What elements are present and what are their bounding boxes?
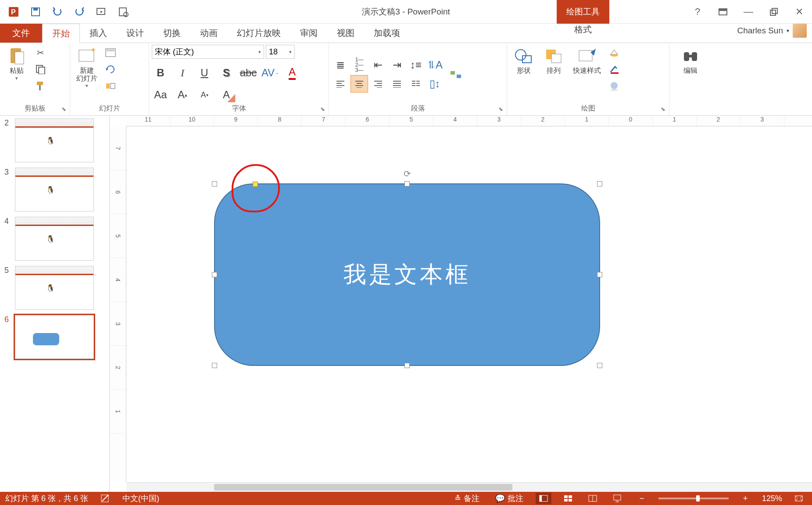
ribbon-display-options-button[interactable]: [710, 0, 736, 24]
decrease-indent-button[interactable]: ⇤: [369, 56, 387, 74]
bullets-button[interactable]: ≣: [332, 56, 349, 74]
smartart-convert-button[interactable]: [448, 67, 464, 82]
line-spacing-button[interactable]: ‌↕≡: [407, 56, 425, 74]
app-icon[interactable]: P: [4, 3, 24, 21]
slide-thumb-4[interactable]: 4 🐧: [0, 214, 109, 263]
tab-view[interactable]: 视图: [327, 24, 364, 43]
shape-fill-button[interactable]: [606, 45, 622, 61]
bold-button[interactable]: B: [152, 64, 169, 82]
slide-thumb-5[interactable]: 5 🐧: [0, 263, 109, 312]
paragraph-launcher[interactable]: ⬊: [498, 106, 503, 112]
align-left-button[interactable]: [332, 75, 349, 93]
zoom-out-button[interactable]: −: [634, 493, 650, 504]
strikethrough-button[interactable]: abc: [240, 64, 257, 82]
increase-font-button[interactable]: A▴: [174, 86, 191, 104]
horizontal-ruler[interactable]: 11109876543210123: [126, 116, 812, 126]
new-slide-button[interactable]: ✦ 新建 幻灯片 ▾: [73, 45, 101, 90]
tab-animations[interactable]: 动画: [190, 24, 227, 43]
italic-button[interactable]: I: [174, 64, 191, 82]
slideshow-view-button[interactable]: [609, 493, 625, 504]
slide-sorter-view-button[interactable]: [560, 493, 576, 504]
selection-handle[interactable]: [597, 363, 602, 368]
format-painter-button[interactable]: [32, 78, 48, 94]
shapes-button[interactable]: 形状: [510, 45, 538, 76]
underline-button[interactable]: U: [196, 64, 213, 82]
rotate-handle-icon[interactable]: ⟳: [404, 168, 411, 179]
selection-handle[interactable]: [212, 181, 217, 186]
minimize-button[interactable]: —: [736, 0, 761, 24]
paste-button[interactable]: 粘贴 ▾: [3, 45, 31, 83]
zoom-in-button[interactable]: +: [737, 493, 753, 504]
columns-button[interactable]: [407, 75, 425, 93]
increase-indent-button[interactable]: ⇥: [388, 56, 406, 74]
comments-button[interactable]: 💬批注: [492, 493, 527, 504]
change-case-button[interactable]: Aa: [152, 86, 169, 104]
slide-thumb-6[interactable]: 6: [0, 312, 109, 362]
text-direction-button[interactable]: ⥮A: [426, 56, 444, 74]
font-name-combo[interactable]: 宋体 (正文)▾: [152, 45, 264, 59]
justify-button[interactable]: [388, 75, 406, 93]
adjustment-handle[interactable]: [253, 182, 258, 187]
tab-home[interactable]: 开始: [42, 24, 80, 43]
tab-design[interactable]: 设计: [117, 24, 154, 43]
spellcheck-indicator[interactable]: [97, 494, 114, 503]
align-text-button[interactable]: ▯↕: [426, 75, 444, 93]
normal-view-button[interactable]: [536, 493, 551, 504]
numbering-button[interactable]: 1—2—3—: [351, 56, 368, 74]
quick-styles-button[interactable]: 快速样式: [569, 45, 605, 76]
slide-canvas[interactable]: 我是文本框 ⟳: [126, 126, 812, 482]
selection-handle[interactable]: [404, 181, 410, 186]
copy-button[interactable]: [32, 61, 48, 77]
save-button[interactable]: [25, 3, 46, 21]
drawing-launcher[interactable]: ⬊: [661, 106, 665, 112]
redo-button[interactable]: [69, 3, 89, 21]
selection-handle[interactable]: [212, 363, 217, 368]
slide-thumbnail-panel[interactable]: 2 🐧 3 🐧 4 🐧 5 🐧 6: [0, 116, 110, 492]
scrollbar-thumb[interactable]: [214, 484, 512, 491]
shape-text[interactable]: 我是文本框: [343, 259, 471, 290]
tab-file[interactable]: 文件: [0, 24, 42, 43]
close-button[interactable]: ✕: [787, 0, 812, 24]
slide-thumb-3[interactable]: 3 🐧: [0, 165, 109, 214]
tab-format[interactable]: 格式: [557, 24, 609, 36]
align-center-button[interactable]: [351, 75, 368, 93]
font-color-button[interactable]: A: [283, 64, 301, 82]
shadow-button[interactable]: S: [218, 64, 235, 82]
selection-handle[interactable]: [597, 272, 602, 277]
section-button[interactable]: [103, 78, 118, 94]
zoom-level[interactable]: 125%: [762, 494, 782, 503]
cut-button[interactable]: ✂: [32, 45, 48, 61]
slide-counter[interactable]: 幻灯片 第 6 张，共 6 张: [5, 493, 88, 504]
shape-effects-button[interactable]: [606, 78, 622, 94]
notes-button[interactable]: ≛备注: [451, 493, 483, 504]
reset-button[interactable]: [103, 61, 118, 77]
fit-to-window-button[interactable]: [791, 493, 807, 504]
restore-button[interactable]: [761, 0, 787, 24]
arrange-button[interactable]: 排列: [540, 45, 568, 76]
rounded-rectangle-shape[interactable]: 我是文本框 ⟳: [214, 183, 600, 366]
shape-outline-button[interactable]: [606, 61, 622, 77]
clipboard-launcher[interactable]: ⬊: [61, 106, 66, 112]
slide-thumb-2[interactable]: 2 🐧: [0, 116, 109, 165]
reading-view-button[interactable]: [585, 493, 601, 504]
font-launcher[interactable]: ⬊: [320, 106, 325, 112]
clear-formatting-button[interactable]: A◢: [218, 86, 235, 104]
selection-handle[interactable]: [404, 363, 410, 368]
selection-handle[interactable]: [597, 181, 602, 186]
print-preview-button[interactable]: [113, 3, 133, 21]
selection-handle[interactable]: [212, 272, 217, 277]
horizontal-scrollbar[interactable]: [126, 482, 812, 492]
align-right-button[interactable]: [369, 75, 387, 93]
vertical-ruler[interactable]: 7654321: [110, 126, 126, 482]
tab-addins[interactable]: 加载项: [364, 24, 410, 43]
layout-button[interactable]: [103, 45, 118, 61]
decrease-font-button[interactable]: A▾: [196, 86, 213, 104]
language-indicator[interactable]: 中文(中国): [122, 493, 159, 504]
font-size-combo[interactable]: 18▾: [266, 45, 295, 59]
tab-review[interactable]: 审阅: [290, 24, 327, 43]
user-account[interactable]: Charles Sun ▾: [737, 24, 807, 38]
help-button[interactable]: ?: [685, 0, 710, 24]
start-from-beginning-button[interactable]: [91, 3, 111, 21]
find-button[interactable]: 编辑: [676, 45, 705, 76]
tab-slideshow[interactable]: 幻灯片放映: [227, 24, 290, 43]
